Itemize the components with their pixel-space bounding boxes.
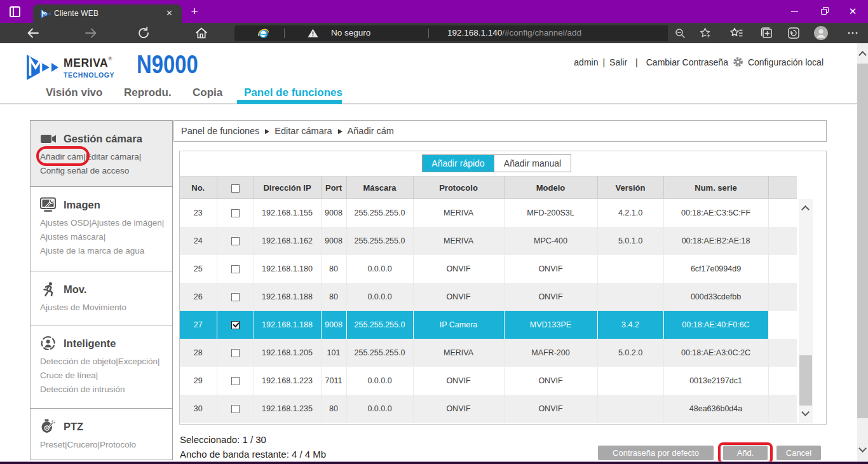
select-all-checkbox[interactable]	[231, 184, 240, 193]
tab-anadir-manual[interactable]: Añadir manual	[494, 155, 571, 172]
collections-icon[interactable]	[759, 25, 774, 41]
sidebar-item-anadir-cam[interactable]: Añadir cám	[40, 152, 83, 161]
ie-mode-icon	[257, 27, 269, 39]
breadcrumb: Panel de funciones Editar cámara Añadir …	[173, 120, 827, 142]
cell-port: 7011	[321, 367, 346, 395]
cell-model: MPC-400	[504, 227, 597, 255]
window-close-icon[interactable]: ✕	[838, 0, 867, 23]
local-settings-link[interactable]: Configuración local	[748, 57, 824, 67]
row-checkbox[interactable]	[231, 237, 240, 245]
brand-reg: ®	[108, 56, 112, 62]
nav-reprodu[interactable]: Reprodu.	[124, 86, 172, 99]
cell-extra	[768, 227, 797, 255]
cell-checkbox	[217, 339, 254, 367]
default-password-button[interactable]: Contraseña por defecto	[598, 446, 714, 460]
col-ip: Dirección IP	[254, 177, 321, 199]
nav-copia[interactable]: Copia	[193, 86, 222, 99]
zoom-out-icon[interactable]	[675, 28, 686, 39]
address-bar[interactable]: No seguro 192.168.1.140/#config/channel/…	[234, 25, 719, 41]
scroll-up-icon[interactable]	[801, 205, 810, 214]
table-scrollbar-thumb[interactable]	[799, 355, 812, 406]
cell-mask: 0.0.0.0	[346, 367, 413, 395]
scroll-up-icon[interactable]	[858, 51, 867, 59]
table-row[interactable]: 23192.168.1.1559008255.255.255.0MERIVAMF…	[180, 199, 797, 227]
row-checkbox[interactable]	[231, 349, 240, 357]
sidebar: Gestión cámara Añadir cám|Editar cámara|…	[30, 120, 173, 460]
table-row[interactable]: 29192.168.1.22370110.0.0.0ONVIFONVIF0013…	[180, 367, 797, 395]
logout-link[interactable]: Salir	[609, 57, 627, 67]
window-bottom-edge	[0, 461, 868, 464]
sidebar-item-editar-camara[interactable]: |Editar cámara|	[83, 152, 141, 161]
table-row[interactable]: 30192.168.1.235800.0.0.0ONVIFONVIF48ea63…	[180, 395, 797, 423]
tab-close-icon[interactable]: ✕	[166, 8, 173, 18]
row-checkbox[interactable]	[231, 293, 240, 301]
favorites-icon[interactable]	[729, 25, 744, 41]
scroll-down-icon[interactable]	[801, 408, 810, 416]
table-scrollbar[interactable]	[799, 199, 813, 423]
favorite-add-icon[interactable]	[700, 27, 712, 39]
main-nav: Visión vivo Reprodu. Copia Panel de func…	[0, 82, 857, 104]
section-title: Gestión cámara	[64, 133, 142, 145]
breadcrumb-panel-funciones[interactable]: Panel de funciones	[181, 126, 259, 136]
cell-protocol: IP Camera	[413, 311, 504, 339]
table-row[interactable]: 26192.168.1.188800.0.0.0ONVIFONVIF000d33…	[180, 283, 797, 311]
cell-no: 25	[180, 255, 217, 283]
row-checkbox-checked[interactable]	[231, 321, 240, 329]
change-password-link[interactable]: Cambiar Contraseña	[646, 57, 728, 67]
breadcrumb-anadir-cam[interactable]: Añadir cám	[348, 126, 394, 136]
page-scrollbar-thumb[interactable]	[857, 64, 868, 418]
browser-tab[interactable]: Cliente WEB ✕	[33, 4, 182, 23]
refresh-icon[interactable]	[136, 25, 151, 41]
cancel-button[interactable]: Cancel	[776, 446, 821, 460]
row-checkbox[interactable]	[231, 209, 240, 217]
nav-panel-funciones[interactable]: Panel de funciones	[244, 86, 342, 99]
cell-protocol: ONVIF	[413, 255, 504, 283]
back-icon[interactable]	[25, 25, 41, 41]
profile-avatar[interactable]	[813, 25, 829, 41]
col-protocol: Protocolo	[413, 177, 504, 199]
row-checkbox[interactable]	[231, 405, 240, 413]
sidebar-item-config-senal[interactable]: Config señal de acceso	[40, 164, 166, 178]
home-icon[interactable]	[194, 25, 209, 41]
add-button[interactable]: Añd.	[723, 446, 768, 460]
cell-model: ONVIF	[504, 255, 597, 283]
table-row[interactable]: 28192.168.1.205101255.255.255.0MERIVAMAF…	[180, 339, 797, 367]
row-checkbox[interactable]	[231, 377, 240, 385]
camera-icon	[40, 131, 57, 146]
cell-ip: 192.168.1.162	[254, 227, 321, 255]
security-label[interactable]: No seguro	[331, 28, 370, 38]
breadcrumb-editar-camara[interactable]: Editar cámara	[275, 126, 332, 136]
tab-search-icon[interactable]	[10, 6, 20, 17]
sidebar-item-ajustes-mascara[interactable]: Ajustes máscara|	[40, 230, 166, 244]
address-separator	[284, 29, 285, 38]
more-menu-icon[interactable]	[845, 25, 860, 41]
page-scrollbar[interactable]	[857, 43, 868, 461]
scroll-down-icon[interactable]	[858, 444, 867, 453]
table-row[interactable]: 27192.168.1.1889008255.255.255.0IP Camer…	[180, 311, 797, 339]
nav-vision-vivo[interactable]: Visión vivo	[46, 86, 102, 99]
table-row[interactable]: 25192.168.1.180800.0.0.0ONVIFONVIF6cf17e…	[180, 255, 797, 283]
cell-port: 80	[321, 283, 346, 311]
sidebar-item-ajustes-movimiento[interactable]: Ajustes de Movimiento	[40, 301, 166, 315]
cell-no: 24	[180, 227, 217, 255]
sidebar-item-deteccion-intrusion[interactable]: Detección de intrusión	[40, 383, 166, 397]
sidebar-item-preset-crucero[interactable]: Preset|Crucero|Protocolo	[40, 438, 166, 452]
table-row[interactable]: 24192.168.1.1629008255.255.255.0MERIVAMP…	[180, 227, 797, 255]
sidebar-item-deteccion-objeto[interactable]: Detección de objeto|Excepción|	[40, 355, 166, 369]
cell-port: 9008	[321, 227, 346, 255]
sidebar-item-marca-agua[interactable]: Ajuste de la marca de agua	[40, 244, 166, 258]
tab-anadir-rapido[interactable]: Añadir rápido	[423, 155, 494, 172]
meriva-logo-icon	[26, 54, 59, 81]
sidebar-item-ajustes-osd[interactable]: Ajustes OSD|Ajustes de imágen|	[40, 216, 166, 230]
url-text[interactable]: 192.168.1.140/#config/channel/add	[447, 28, 581, 38]
sidebar-item-cruce-linea[interactable]: Cruce de línea|	[40, 369, 166, 383]
row-checkbox[interactable]	[231, 265, 240, 273]
forward-icon[interactable]	[83, 25, 98, 41]
cell-version	[597, 395, 663, 423]
window-restore-icon[interactable]	[809, 0, 838, 23]
motion-icon	[40, 282, 57, 297]
new-tab-icon[interactable]: +	[189, 6, 200, 17]
browser-essentials-icon[interactable]	[786, 25, 801, 41]
brand-subtitle: TECHNOLOGY	[64, 71, 114, 79]
window-minimize-icon[interactable]	[780, 0, 809, 23]
